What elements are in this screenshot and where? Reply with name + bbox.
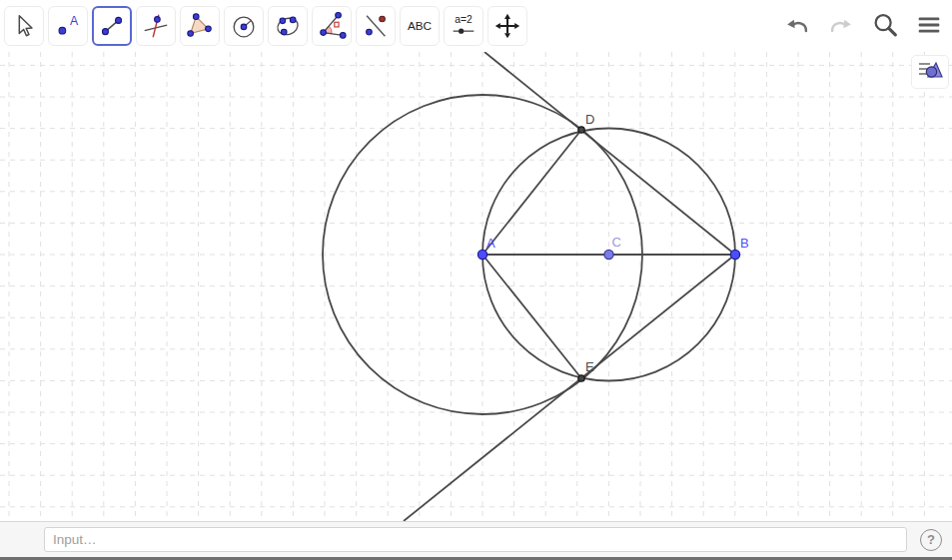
perpendicular-icon bbox=[141, 11, 171, 41]
point-A[interactable] bbox=[477, 250, 486, 259]
tool-group: AABCa=2 bbox=[2, 6, 529, 46]
tool-polygon[interactable] bbox=[180, 6, 220, 46]
search-icon bbox=[870, 10, 900, 43]
svg-text:a=2: a=2 bbox=[455, 14, 473, 25]
tool-perpendicular[interactable] bbox=[136, 6, 176, 46]
input-bar: ? bbox=[0, 521, 952, 560]
tool-conic[interactable] bbox=[268, 6, 308, 46]
point-E[interactable] bbox=[578, 375, 584, 381]
point-label-D: D bbox=[585, 112, 594, 127]
point-D[interactable] bbox=[578, 127, 584, 133]
point-C[interactable] bbox=[604, 250, 613, 259]
reflect-icon bbox=[361, 11, 391, 41]
segment-AD[interactable] bbox=[482, 130, 581, 255]
move-view-icon bbox=[492, 11, 522, 41]
search-button[interactable] bbox=[870, 11, 900, 41]
point-label-E: E bbox=[585, 359, 594, 374]
toolbar: AABCa=2 bbox=[0, 0, 952, 52]
circle-icon bbox=[229, 11, 259, 41]
cursor-icon bbox=[9, 11, 39, 41]
segment-icon bbox=[97, 11, 127, 41]
geogebra-app: AABCa=2 ABCDE ? bbox=[0, 0, 952, 560]
stylebar-icon bbox=[917, 59, 944, 85]
redo-button[interactable] bbox=[826, 11, 856, 41]
graphics-view[interactable]: ABCDE bbox=[0, 52, 952, 521]
point-icon: A bbox=[53, 11, 83, 41]
point-B[interactable] bbox=[730, 250, 739, 259]
tool-slider[interactable]: a=2 bbox=[444, 6, 483, 46]
tool-point[interactable]: A bbox=[48, 6, 88, 46]
tool-angle[interactable] bbox=[312, 6, 352, 46]
action-group bbox=[768, 11, 944, 41]
svg-text:ABC: ABC bbox=[408, 19, 432, 32]
tool-segment[interactable] bbox=[92, 6, 132, 46]
ray-BD[interactable] bbox=[484, 52, 735, 255]
undo-button[interactable] bbox=[782, 11, 812, 41]
help-button[interactable]: ? bbox=[920, 529, 942, 551]
slider-icon: a=2 bbox=[449, 11, 478, 41]
stylebar-toggle-button[interactable] bbox=[911, 55, 949, 89]
angle-icon bbox=[317, 11, 347, 41]
tool-text[interactable]: ABC bbox=[400, 6, 440, 46]
menu-button[interactable] bbox=[914, 11, 944, 41]
point-label-A: A bbox=[486, 236, 495, 251]
undo-icon bbox=[782, 10, 812, 43]
text-icon: ABC bbox=[405, 11, 435, 41]
tool-circle[interactable] bbox=[224, 6, 264, 46]
graphics-area: ABCDE bbox=[0, 52, 952, 521]
point-label-C: C bbox=[612, 235, 621, 250]
segment-AE[interactable] bbox=[482, 255, 581, 378]
ray-BE[interactable] bbox=[404, 255, 735, 521]
tool-move[interactable] bbox=[4, 6, 44, 46]
ellipse-icon bbox=[273, 11, 303, 41]
point-label-B: B bbox=[740, 236, 749, 251]
tool-reflect[interactable] bbox=[356, 6, 396, 46]
svg-text:A: A bbox=[70, 14, 79, 28]
tool-move-graphics[interactable] bbox=[487, 6, 527, 46]
grid bbox=[0, 52, 952, 521]
help-icon: ? bbox=[927, 532, 935, 547]
polygon-icon bbox=[185, 11, 215, 41]
menu-icon bbox=[914, 10, 944, 43]
redo-icon bbox=[826, 10, 856, 43]
algebra-input[interactable] bbox=[44, 527, 907, 552]
